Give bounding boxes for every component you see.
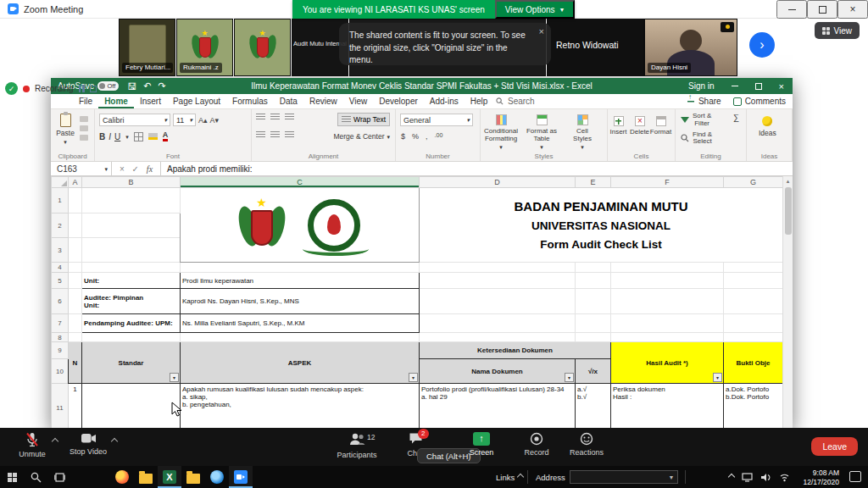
select-all-corner[interactable] — [52, 177, 69, 188]
cell[interactable] — [181, 263, 420, 273]
row-header[interactable]: 3 — [52, 238, 69, 263]
cell[interactable] — [69, 214, 82, 238]
ideas-button[interactable]: Ideas — [759, 116, 776, 137]
nama-dokumen-header-cell[interactable]: Nama Dokumen ▾ — [420, 359, 576, 384]
taskbar-search-button[interactable] — [24, 466, 47, 488]
column-header-d[interactable]: D — [420, 177, 576, 188]
filter-dropdown-icon[interactable]: ▾ — [713, 373, 722, 382]
cell[interactable] — [82, 238, 181, 263]
video-options-chevron[interactable] — [111, 438, 118, 445]
display-tray-icon[interactable] — [742, 473, 753, 482]
column-header-a[interactable]: A — [69, 177, 82, 188]
cell-styles-button[interactable]: Cell Styles ▾ — [562, 114, 603, 150]
cell[interactable] — [69, 289, 82, 314]
excel-close-button[interactable]: × — [771, 78, 793, 94]
cell[interactable] — [611, 263, 724, 273]
cell[interactable] — [611, 273, 724, 289]
align-top-icon[interactable] — [256, 114, 265, 120]
row-header[interactable]: 10 — [52, 359, 69, 384]
taskbar-zoom[interactable] — [229, 466, 253, 488]
cancel-entry-icon[interactable]: × — [120, 164, 125, 174]
format-painter-icon[interactable] — [80, 135, 88, 141]
reactions-button[interactable]: Reactions — [561, 432, 612, 457]
paste-button[interactable]: Paste ▾ — [54, 114, 76, 145]
insert-function-icon[interactable]: fx — [147, 164, 153, 174]
row-header[interactable]: 1 — [52, 188, 69, 214]
aspek-cell[interactable]: Apakah rumusan kualifikasi lulusan sudah… — [181, 384, 420, 429]
logos-cell[interactable]: ★ — [181, 188, 420, 263]
cell[interactable] — [69, 273, 82, 289]
tab-developer[interactable]: Developer — [373, 94, 424, 108]
merge-center-button[interactable]: Merge & Center ▾ — [333, 132, 390, 141]
save-icon[interactable]: 🖫 — [127, 81, 136, 92]
name-box[interactable]: C163 ▾ — [51, 162, 112, 175]
cell[interactable] — [69, 314, 82, 333]
copy-icon[interactable] — [80, 125, 88, 131]
close-button[interactable]: × — [837, 0, 868, 19]
formula-input[interactable]: Apakah prodi memiliki: — [161, 162, 793, 175]
taskbar-file-explorer[interactable] — [134, 466, 158, 488]
cell[interactable] — [69, 238, 82, 263]
cell[interactable] — [724, 314, 783, 333]
pendamping-label-cell[interactable]: Pendamping Auditee: UPM: — [82, 314, 181, 333]
autosum-button[interactable]: ∑ — [733, 113, 739, 122]
row-header[interactable]: 6 — [52, 289, 69, 314]
column-header-g[interactable]: G — [724, 177, 783, 188]
cut-icon[interactable] — [80, 116, 88, 122]
italic-button[interactable]: I — [108, 132, 111, 141]
video-tile[interactable]: ★ Rukmaini .z — [176, 19, 233, 76]
record-button[interactable]: Record — [515, 432, 558, 457]
taskbar-excel[interactable]: X — [158, 466, 181, 488]
insert-cells-button[interactable]: Insert — [608, 116, 629, 136]
currency-format-button[interactable]: $ — [401, 132, 405, 141]
cell[interactable] — [82, 188, 181, 214]
start-button[interactable] — [0, 466, 24, 488]
bukti-header-cell[interactable]: Bukti Obje — [724, 342, 783, 384]
format-as-table-button[interactable]: Format as Table ▾ — [521, 114, 562, 150]
row-header[interactable]: 5 — [52, 273, 69, 289]
tab-file[interactable]: File — [73, 94, 98, 108]
row-header[interactable]: 11 — [52, 384, 69, 429]
row-header[interactable]: 2 — [52, 214, 69, 238]
video-tile[interactable]: Febry Mutiari... — [119, 19, 175, 76]
stop-video-button[interactable]: Stop Video — [61, 432, 115, 456]
minimize-button[interactable] — [776, 0, 807, 19]
undo-icon[interactable]: ↶ — [143, 80, 151, 92]
cell[interactable] — [420, 289, 576, 314]
cell[interactable] — [181, 333, 420, 342]
tab-view[interactable]: View — [343, 94, 374, 108]
cell[interactable] — [611, 333, 724, 342]
borders-button[interactable] — [134, 132, 143, 141]
check-cell[interactable]: a.√ b.√ — [576, 384, 611, 429]
align-bottom-icon[interactable] — [285, 114, 294, 120]
cell[interactable] — [576, 314, 611, 333]
filter-dropdown-icon[interactable]: ▾ — [565, 373, 574, 382]
mic-options-chevron[interactable] — [52, 438, 58, 445]
unmute-button[interactable]: Unmute — [8, 432, 56, 458]
pause-recording-button[interactable] — [79, 85, 85, 92]
vertical-scrollbar[interactable]: ▴ — [782, 176, 793, 428]
scroll-up-icon[interactable]: ▴ — [787, 178, 790, 185]
links-toolbar[interactable]: Links — [496, 473, 523, 482]
cell[interactable] — [724, 273, 783, 289]
pendamping-value-cell[interactable]: Ns. Milla Evelianti Saputri, S.Kep., M.K… — [181, 314, 420, 333]
delete-cells-button[interactable]: Delete — [629, 116, 650, 136]
cell[interactable] — [82, 333, 181, 342]
ketersediaan-header-cell[interactable]: Ketersediaan Dokumen — [420, 342, 611, 359]
auditee-label-cell[interactable]: Auditee: Pimpinan Unit: — [82, 289, 181, 314]
format-cells-button[interactable]: Format — [650, 116, 671, 136]
cell[interactable] — [420, 263, 576, 273]
align-center-icon[interactable] — [270, 131, 280, 138]
font-name-combo[interactable]: Calibri▾ — [99, 114, 170, 126]
hasil-cell[interactable]: Periksa dokumen Hasil : — [611, 384, 724, 429]
task-view-button[interactable] — [47, 466, 71, 488]
stop-recording-button[interactable] — [90, 86, 97, 92]
bukti-cell[interactable]: a.Dok. Portofo b.Dok. Portofo — [724, 384, 783, 429]
taskbar-firefox[interactable] — [110, 466, 134, 488]
share-button[interactable]: Share — [687, 97, 721, 106]
number-format-combo[interactable]: General▾ — [400, 114, 473, 126]
standar-cell[interactable] — [82, 384, 181, 429]
standar-header-cell[interactable]: Standar ▾ — [82, 342, 181, 384]
excel-restore-button[interactable] — [747, 78, 771, 94]
cell[interactable] — [420, 273, 576, 289]
